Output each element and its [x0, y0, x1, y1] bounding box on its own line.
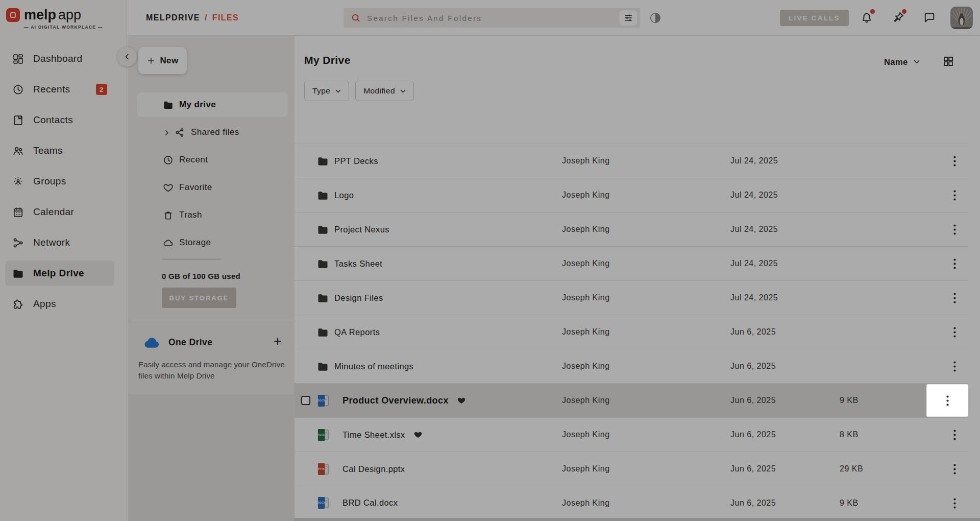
grid-view-button[interactable]: [942, 55, 955, 68]
drive-item-shared-files[interactable]: Shared files: [137, 120, 288, 145]
sidebar-item-apps[interactable]: Apps: [5, 291, 114, 317]
live-calls-button[interactable]: LIVE CALLS: [780, 10, 849, 26]
breadcrumb-root[interactable]: MELPDRIVE: [146, 13, 200, 22]
search-filter-button[interactable]: [620, 10, 637, 26]
filter-bar: Type Modified: [304, 81, 414, 101]
row-menu-button[interactable]: [943, 452, 966, 486]
theme-toggle-button[interactable]: [649, 12, 662, 24]
file-owner: Joseph King: [562, 430, 610, 439]
row-menu-button[interactable]: [943, 281, 966, 315]
drive-item-my-drive[interactable]: My drive: [137, 92, 288, 117]
onedrive-title: One Drive: [168, 337, 212, 348]
brand-name: melpapp: [24, 7, 81, 23]
sidebar-item-recents[interactable]: Recents 2: [5, 77, 114, 102]
sidebar-item-network[interactable]: Network: [5, 230, 114, 255]
notifications-button[interactable]: [860, 11, 874, 25]
table-row[interactable]: PPTX Cal Design.pptx Joseph King Jun 6, …: [295, 452, 968, 486]
file-name: QA Reports: [334, 327, 380, 337]
chevron-down-icon: [913, 58, 920, 65]
file-owner: Joseph King: [562, 225, 610, 234]
chevron-down-icon: [335, 88, 341, 94]
chat-button[interactable]: [922, 11, 936, 25]
file-modified: Jul 24, 2025: [730, 293, 778, 302]
row-menu-button[interactable]: [943, 315, 966, 349]
sidebar-item-contacts[interactable]: Contacts: [5, 107, 114, 133]
search-input[interactable]: [367, 14, 620, 22]
sidebar-item-calendar[interactable]: Calendar: [5, 199, 114, 225]
folder-icon: [163, 100, 174, 110]
next-row-partial: [294, 518, 980, 521]
network-icon: [12, 237, 24, 249]
table-row[interactable]: Minutes of meetings Joseph King Jun 6, 2…: [295, 349, 968, 383]
onedrive-cloud-icon: [143, 336, 161, 349]
table-row[interactable]: Logo Joseph King Jul 24, 2025: [295, 178, 968, 212]
chevron-down-icon: [400, 88, 406, 94]
table-row[interactable]: PPT Decks Joseph King Jul 24, 2025: [295, 144, 968, 178]
file-modified: Jul 24, 2025: [730, 225, 778, 234]
buy-storage-button[interactable]: BUY STORAGE: [162, 288, 236, 308]
type-filter[interactable]: Type: [304, 81, 349, 101]
pinned-button[interactable]: [891, 11, 905, 25]
notification-dot: [870, 9, 875, 14]
xlsx-icon: XLSX: [317, 428, 330, 442]
row-menu-button[interactable]: [943, 349, 966, 384]
sidebar-item-teams[interactable]: Teams: [5, 138, 114, 163]
row-checkbox[interactable]: [301, 396, 317, 405]
table-row[interactable]: DOCX Product Overview.docx Joseph King J…: [295, 383, 968, 417]
table-row[interactable]: DOCX BRD Cal.docx Joseph King Jun 6, 202…: [295, 486, 968, 520]
sidebar-item-melp-drive[interactable]: Melp Drive: [5, 260, 114, 286]
breadcrumb-current[interactable]: FILES: [212, 13, 239, 22]
table-row[interactable]: Design Files Joseph King Jul 24, 2025: [295, 280, 968, 315]
recents-badge: 2: [96, 84, 107, 95]
kebab-icon: [953, 361, 956, 372]
contacts-icon: [12, 114, 24, 126]
row-menu-button[interactable]: [943, 144, 966, 178]
user-avatar[interactable]: [950, 7, 973, 29]
drive-item-storage[interactable]: Storage: [137, 230, 288, 255]
file-owner: Joseph King: [562, 191, 610, 200]
sidebar-item-groups[interactable]: Groups: [5, 169, 114, 194]
folder-icon: [317, 224, 329, 235]
kebab-icon: [953, 224, 956, 235]
expand-chevron-icon[interactable]: [163, 129, 170, 136]
kebab-icon: [953, 156, 956, 167]
add-onedrive-button[interactable]: +: [270, 334, 285, 349]
row-menu-button[interactable]: [943, 418, 966, 452]
teams-icon: [12, 145, 24, 157]
file-name: Product Overview.docx: [342, 395, 449, 406]
file-owner: Joseph King: [562, 156, 610, 165]
favorite-icon[interactable]: [457, 396, 466, 405]
table-row[interactable]: XLSX Time Sheet.xlsx Joseph King Jun 6, …: [295, 417, 968, 452]
drive-item-recent[interactable]: Recent: [137, 148, 288, 172]
sidebar-item-dashboard[interactable]: Dashboard: [5, 46, 114, 72]
docx-icon: DOCX: [317, 496, 330, 510]
breadcrumb-separator: /: [205, 13, 208, 22]
app-logo[interactable]: melpapp — AI DIGITAL WORKPLACE —: [6, 7, 103, 30]
table-row[interactable]: Project Nexus Joseph King Jul 24, 2025: [295, 212, 968, 246]
drive-item-favorite[interactable]: Favorite: [137, 175, 288, 200]
folder-icon: [317, 292, 329, 304]
pptx-icon: PPTX: [317, 462, 330, 476]
kebab-icon: [953, 258, 956, 269]
folder-icon: [317, 190, 329, 201]
table-row[interactable]: Tasks Sheet Joseph King Jul 24, 2025: [295, 246, 968, 280]
row-menu-button[interactable]: [943, 486, 966, 520]
drive-item-trash[interactable]: Trash: [137, 203, 288, 227]
row-menu-button[interactable]: [927, 385, 968, 416]
file-name: Time Sheet.xlsx: [342, 430, 405, 440]
row-menu-button[interactable]: [943, 212, 966, 247]
file-name: BRD Cal.docx: [342, 498, 398, 508]
row-menu-button[interactable]: [943, 178, 966, 212]
table-row[interactable]: QA Reports Joseph King Jun 6, 2025: [295, 315, 968, 349]
file-owner: Joseph King: [562, 464, 610, 473]
row-menu-button[interactable]: [943, 247, 966, 281]
trash-icon: [163, 210, 174, 221]
sort-by-dropdown[interactable]: Name: [884, 57, 920, 67]
favorite-icon[interactable]: [413, 430, 423, 439]
new-button[interactable]: New: [138, 47, 187, 74]
plus-icon: [146, 56, 156, 65]
file-modified: Jun 6, 2025: [730, 499, 776, 508]
sidebar-collapse-button[interactable]: [117, 47, 137, 66]
file-owner: Joseph King: [562, 362, 610, 371]
modified-filter[interactable]: Modified: [355, 81, 414, 101]
